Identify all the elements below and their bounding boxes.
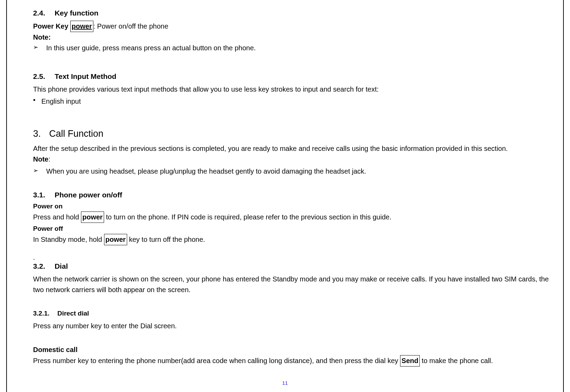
section-2-5-heading: 2.5. Text Input Method [33, 72, 550, 81]
section-title: Key function [54, 9, 98, 17]
subsection-number: 3.2.1. [33, 310, 56, 317]
section-number: 2.5. [33, 72, 53, 81]
subsection-title: Direct dial [57, 310, 89, 317]
send-key-box: Send [400, 355, 420, 367]
power-on-line: Press and hold power to turn on the phon… [33, 212, 550, 223]
power-off-label: Power off [33, 225, 550, 233]
note-colon: : [48, 155, 50, 163]
chapter-title: Call Function [49, 128, 103, 139]
section-3-2-1-heading: 3.2.1. Direct dial [33, 310, 550, 317]
note-line: Note: [33, 154, 550, 165]
text-post: key to turn off the phone. [127, 236, 205, 243]
arrow-icon: ➢ [33, 166, 46, 174]
power-on-label: Power on [33, 203, 550, 210]
bullet-text: English input [41, 96, 81, 106]
bullet-text: In this user guide, press means press an… [46, 43, 256, 53]
text-pre: Press number key to entering the phone n… [33, 357, 400, 364]
text-post: to turn on the phone. If PIN code is req… [104, 213, 391, 221]
section-3-1-heading: 3.1. Phone power on/off [33, 191, 550, 199]
arrow-icon: ➢ [33, 43, 46, 51]
power-key-box: power [70, 21, 93, 32]
chapter-number: 3. [33, 128, 48, 139]
bullet-item: ➢ In this user guide, press means press … [33, 43, 550, 53]
section-body: This phone provides various text input m… [33, 84, 550, 95]
power-key-box: power [81, 212, 104, 223]
power-key-line: Power Key power: Power on/off the phone [33, 21, 550, 32]
section-3-2-heading: 3.2. Dial [33, 262, 550, 270]
chapter-3-heading: 3. Call Function [33, 128, 550, 139]
power-off-line: In Standby mode, hold power key to turn … [33, 234, 550, 245]
section-number: 2.4. [33, 9, 53, 17]
page-number: 11 [0, 380, 570, 386]
text-pre: Press and hold [33, 213, 81, 221]
section-2-4-heading: 2.4. Key function [33, 9, 550, 17]
lone-dot: . [33, 254, 550, 261]
dot-icon: • [33, 96, 41, 104]
section-number: 3.2. [33, 262, 53, 270]
section-title: Text Input Method [54, 72, 116, 80]
power-key-box: power [104, 234, 127, 245]
text-pre: In Standby mode, hold [33, 236, 104, 243]
bullet-item: ➢ When you are using headset, please plu… [33, 166, 550, 176]
document-content: 2.4. Key function Power Key power: Power… [33, 9, 550, 367]
power-key-desc: : Power on/off the phone [93, 22, 169, 30]
domestic-call-line: Press number key to entering the phone n… [33, 355, 550, 367]
chapter-body: After the setup described in the previou… [33, 143, 550, 154]
note-label: Note: [33, 33, 550, 41]
section-number: 3.1. [33, 191, 53, 199]
bullet-item: • English input [33, 96, 550, 106]
subsection-body: Press any number key to enter the Dial s… [33, 321, 550, 331]
bullet-text: When you are using headset, please plug/… [46, 166, 366, 176]
section-title: Dial [54, 262, 68, 270]
note-label: Note [33, 155, 48, 163]
domestic-call-label: Domestic call [33, 346, 550, 354]
power-key-label: Power Key [33, 22, 70, 30]
section-title: Phone power on/off [54, 191, 122, 199]
text-post: to make the phone call. [420, 357, 493, 364]
section-body: When the network carrier is shown on the… [33, 274, 550, 295]
